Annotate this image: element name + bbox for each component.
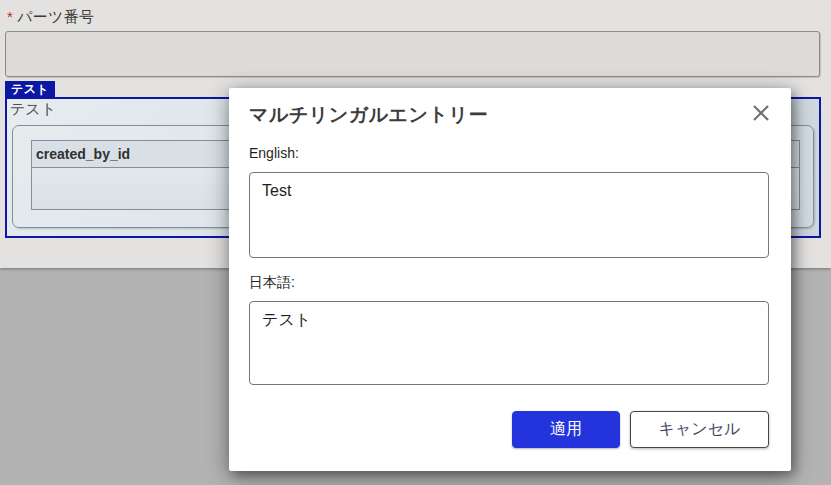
dialog-title: マルチリンガルエントリー — [249, 102, 488, 128]
required-asterisk: * — [7, 8, 13, 25]
japanese-label: 日本語: — [249, 274, 295, 292]
parts-number-label: *パーツ番号 — [7, 8, 94, 27]
close-icon[interactable] — [749, 101, 773, 125]
widget-selection-badge[interactable]: テスト — [5, 81, 55, 98]
japanese-textarea[interactable]: テスト — [249, 301, 769, 385]
apply-button[interactable]: 適用 — [512, 411, 620, 448]
parts-number-input[interactable] — [5, 31, 820, 77]
cancel-button[interactable]: キャンセル — [630, 411, 769, 448]
widget-label: テスト — [10, 100, 56, 119]
english-textarea[interactable]: Test — [249, 172, 769, 258]
close-x-glyph — [751, 103, 771, 123]
multilingual-entry-dialog: マルチリンガルエントリー English: Test 日本語: テスト 適用 キ… — [229, 88, 791, 471]
parts-number-label-text: パーツ番号 — [17, 8, 94, 25]
screen: *パーツ番号 テスト テスト created_by_id マルチリンガルエントリ… — [0, 0, 831, 485]
english-label: English: — [249, 145, 299, 161]
